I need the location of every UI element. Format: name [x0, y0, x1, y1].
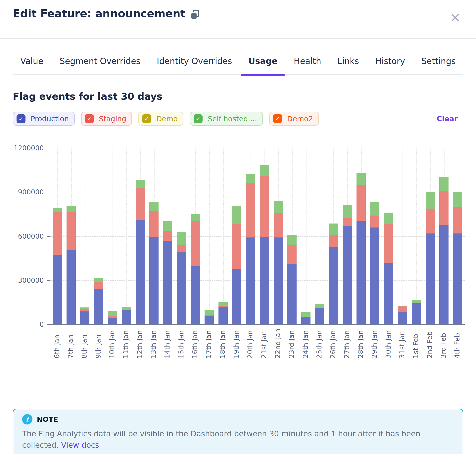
bar-slot-29th-jan: [368, 148, 382, 324]
x-label-18th-jan: 18th Jan: [215, 329, 229, 358]
x-label-text: 21st Jan: [261, 329, 267, 358]
stacked-bar-27th-jan[interactable]: [343, 205, 352, 324]
segment-self-hosted: [287, 235, 297, 245]
environment-legend: ✓Production✓Staging✓Demo✓Self hosted ...…: [13, 112, 437, 126]
x-label-text: 28th Jan: [357, 329, 364, 358]
legend-chip-demo[interactable]: ✓Demo: [139, 112, 183, 126]
tab-settings[interactable]: Settings: [414, 50, 463, 74]
bar-slot-16th-jan: [188, 148, 202, 324]
bar-slot-15th-jan: [175, 148, 188, 324]
stacked-bar-29th-jan[interactable]: [370, 202, 379, 324]
segment-staging: [177, 245, 186, 252]
segment-staging: [94, 282, 103, 289]
segment-self-hosted: [191, 214, 200, 221]
segment-self-hosted: [370, 202, 379, 216]
stacked-bar-23rd-jan[interactable]: [287, 235, 297, 324]
tab-health[interactable]: Health: [286, 50, 329, 74]
tab-value[interactable]: Value: [13, 50, 51, 74]
tab-links[interactable]: Links: [330, 50, 367, 74]
modal-title-text: Edit Feature: announcement: [13, 7, 185, 20]
stacked-bar-10th-jan[interactable]: [108, 311, 117, 324]
stacked-bar-11th-jan[interactable]: [122, 307, 131, 324]
checkbox-staging[interactable]: ✓: [85, 114, 94, 123]
legend-chip-staging[interactable]: ✓Staging: [81, 112, 132, 126]
segment-production: [370, 227, 379, 324]
copy-icon[interactable]: [190, 10, 198, 19]
segment-self-hosted: [149, 202, 159, 211]
checkbox-production[interactable]: ✓: [16, 114, 25, 123]
tab-segment-overrides[interactable]: Segment Overrides: [52, 50, 148, 74]
legend-row: ✓Production✓Staging✓Demo✓Self hosted ...…: [13, 111, 463, 126]
stacked-bar-21st-jan[interactable]: [260, 165, 269, 324]
x-label-text: 19th Jan: [233, 329, 240, 358]
x-label-text: 30th Jan: [385, 329, 392, 358]
stacked-bar-17th-jan[interactable]: [205, 310, 214, 324]
segment-production: [136, 220, 145, 324]
stacked-bar-26th-jan[interactable]: [329, 224, 338, 324]
stacked-bar-7th-jan[interactable]: [66, 206, 76, 324]
stacked-bar-15th-jan[interactable]: [177, 232, 186, 324]
x-label-text: 20th Jan: [247, 329, 253, 358]
segment-staging: [53, 212, 62, 255]
x-label-17th-jan: 17th Jan: [202, 329, 215, 358]
plot-area: [50, 148, 465, 325]
close-icon: [450, 12, 461, 23]
segment-self-hosted: [205, 310, 214, 314]
stacked-bar-6th-jan[interactable]: [53, 208, 62, 324]
y-tick: [47, 324, 50, 325]
checkbox-demo[interactable]: ✓: [142, 114, 151, 123]
tab-identity-overrides[interactable]: Identity Overrides: [149, 50, 240, 74]
stacked-bar-24th-jan[interactable]: [301, 312, 310, 324]
stacked-bar-13th-jan[interactable]: [149, 202, 159, 324]
segment-production: [246, 237, 255, 324]
stacked-bar-14th-jan[interactable]: [163, 221, 172, 324]
legend-label: Staging: [99, 115, 126, 123]
stacked-bar-25th-jan[interactable]: [315, 304, 324, 324]
x-label-text: 3rd Feb: [440, 329, 447, 358]
view-docs-link[interactable]: View docs: [61, 441, 99, 449]
tab-history[interactable]: History: [368, 50, 412, 74]
stacked-bar-19th-jan[interactable]: [232, 206, 242, 324]
stacked-bar-16th-jan[interactable]: [191, 214, 200, 324]
tab-usage[interactable]: Usage: [241, 50, 285, 74]
bar-slot-14th-jan: [161, 148, 175, 324]
segment-staging: [439, 191, 448, 225]
legend-chip-production[interactable]: ✓Production: [13, 112, 75, 126]
stacked-bar-12th-jan[interactable]: [136, 180, 145, 324]
x-label-text: 15th Jan: [178, 329, 184, 358]
x-label-text: 2nd Feb: [426, 329, 433, 358]
segment-production: [80, 311, 89, 324]
stacked-bar-1st-feb[interactable]: [412, 300, 421, 324]
stacked-bar-28th-jan[interactable]: [357, 173, 366, 324]
checkbox-demo2[interactable]: ✓: [273, 114, 282, 123]
x-label-28th-jan: 28th Jan: [353, 329, 367, 358]
stacked-bar-22nd-jan[interactable]: [274, 201, 283, 324]
x-label-text: 31st Jan: [399, 329, 405, 358]
segment-self-hosted: [412, 300, 421, 303]
legend-label: Production: [31, 115, 69, 123]
x-label-27th-jan: 27th Jan: [340, 329, 353, 358]
stacked-bar-20th-jan[interactable]: [246, 174, 255, 324]
segment-production: [426, 234, 435, 324]
stacked-bar-2nd-feb[interactable]: [426, 192, 435, 324]
stacked-bar-8th-jan[interactable]: [80, 307, 89, 324]
segment-staging: [108, 316, 117, 318]
stacked-bar-18th-jan[interactable]: [219, 302, 228, 324]
checkbox-self-hosted[interactable]: ✓: [194, 114, 203, 123]
segment-self-hosted: [80, 307, 89, 310]
x-label-text: 22nd Jan: [274, 329, 281, 358]
legend-chip-self-hosted[interactable]: ✓Self hosted ...: [190, 112, 263, 126]
stacked-bar-9th-jan[interactable]: [94, 278, 103, 325]
stacked-bar-30th-jan[interactable]: [384, 213, 393, 324]
bar-slot-4th-feb: [451, 148, 465, 324]
segment-staging: [66, 212, 76, 250]
clear-link[interactable]: Clear: [437, 115, 458, 123]
stacked-bar-31st-jan[interactable]: [398, 306, 407, 324]
legend-chip-demo2[interactable]: ✓Demo2: [269, 112, 319, 126]
x-label-text: 26th Jan: [330, 329, 336, 358]
x-label-11th-jan: 11th Jan: [119, 329, 133, 358]
close-button[interactable]: [450, 12, 461, 23]
x-label-text: 27th Jan: [343, 329, 350, 358]
stacked-bar-4th-feb[interactable]: [453, 192, 462, 324]
stacked-bar-3rd-feb[interactable]: [439, 177, 448, 324]
